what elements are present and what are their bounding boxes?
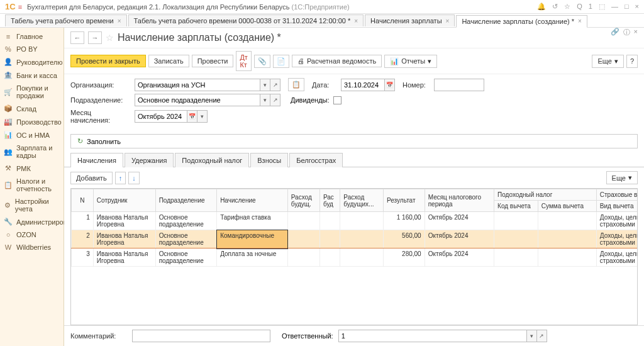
comment-input[interactable]	[132, 330, 270, 342]
chat-icon[interactable]: Q	[577, 3, 582, 11]
sidebar-item[interactable]: 📋Налоги и отчетность	[0, 175, 64, 195]
col-n[interactable]: N	[72, 189, 94, 212]
doc-tab[interactable]: Начисления зарплаты×	[365, 14, 455, 26]
calendar-icon[interactable]: 📅	[385, 79, 395, 91]
table-row[interactable]: 2Иванова Наталья ИгоревнаОсновное подраз…	[72, 230, 638, 248]
tab-income-tax[interactable]: Подоходный налог	[175, 153, 249, 167]
tab-contributions[interactable]: Взносы	[250, 153, 288, 167]
col-exp-b[interactable]: Рас буд	[319, 189, 340, 212]
num-input[interactable]	[434, 79, 484, 91]
sidebar-item[interactable]: 🛒Покупки и продажи	[0, 82, 64, 102]
history-icon[interactable]: ↺	[552, 3, 558, 11]
fill-button[interactable]: ↻Заполнить	[70, 134, 638, 148]
open-icon[interactable]: ↗	[537, 330, 547, 342]
more-button[interactable]: Еще▾	[592, 55, 623, 68]
month-input[interactable]	[135, 110, 187, 123]
advance-button[interactable]: 📋	[288, 78, 304, 91]
post-and-close-button[interactable]: Провести и закрыть	[70, 55, 146, 67]
dropdown-icon[interactable]: ▾	[197, 110, 208, 123]
favorite-icon[interactable]: ☆	[106, 33, 114, 43]
doc-tab[interactable]: Табель учета рабочего времени×	[5, 14, 127, 26]
responsible-input[interactable]	[338, 330, 527, 342]
sidebar-item[interactable]: 👤Руководителю	[0, 55, 64, 69]
col-employee[interactable]: Сотрудник	[93, 189, 155, 212]
page-title: Начисление зарплаты (создание) *	[118, 32, 281, 43]
star-icon[interactable]: ☆	[564, 3, 570, 11]
open-icon[interactable]: ↗	[270, 94, 280, 106]
forward-button[interactable]: →	[88, 31, 102, 44]
save-button[interactable]: Записать	[148, 55, 189, 67]
add-button[interactable]: Добавить	[70, 172, 113, 184]
col-tax-month[interactable]: Месяц налогового периода	[425, 189, 494, 212]
sidebar-item[interactable]: 📦Склад	[0, 102, 64, 115]
doc-button[interactable]: 📄	[273, 55, 289, 68]
move-down-button[interactable]: ↓	[128, 172, 140, 184]
move-up-button[interactable]: ↑	[115, 172, 126, 184]
menu-icon[interactable]: ≡	[18, 3, 22, 11]
back-button[interactable]: ←	[70, 31, 84, 44]
doc-tab[interactable]: Табель учета рабочего времени 0000-0038 …	[128, 14, 364, 26]
table-row[interactable]: 3Иванова Наталья ИгоревнаОсновное подраз…	[72, 248, 638, 267]
dropdown-icon[interactable]: ▾	[260, 94, 270, 106]
apps-icon[interactable]: ⬚	[599, 3, 605, 11]
dt-kt-button[interactable]: ДтКт	[236, 51, 252, 71]
sidebar-item[interactable]: 🏦Банк и касса	[0, 69, 64, 82]
col-deduct-code[interactable]: Код вычета	[494, 201, 538, 212]
dropdown-icon[interactable]: ▾	[260, 79, 270, 91]
dept-input[interactable]	[135, 94, 260, 106]
gear-icon: ⚙	[4, 201, 11, 209]
reports-button[interactable]: 📊Отчеты▾	[384, 55, 437, 68]
close-icon[interactable]: ×	[635, 3, 639, 11]
link-icon[interactable]: 🔗	[611, 28, 619, 37]
dividends-checkbox[interactable]	[333, 96, 341, 104]
sidebar-item[interactable]: 🔧Администрирование	[0, 215, 64, 228]
col-exp-fut[interactable]: Расход будущ.	[287, 189, 319, 212]
close-tab-icon[interactable]: ×	[118, 18, 121, 25]
win-close-icon[interactable]: ×	[634, 28, 638, 37]
calendar-icon[interactable]: 📅	[187, 110, 197, 123]
doc-info-icon[interactable]: ⓘ	[623, 28, 630, 37]
col-deduct-type[interactable]: Вид вычета	[596, 201, 638, 212]
minimize-icon[interactable]: —	[611, 3, 618, 11]
date-input[interactable]	[341, 79, 385, 91]
sidebar-item[interactable]: 🏭Производство	[0, 115, 64, 128]
sidebar-item[interactable]: 📊ОС и НМА	[0, 128, 64, 142]
post-button[interactable]: Провести	[192, 55, 234, 67]
col-income-tax[interactable]: Подоходный налог	[494, 189, 597, 201]
doc-tab-active[interactable]: Начисление зарплаты (создание) *×	[456, 15, 587, 28]
user-icon: 👤	[4, 58, 13, 66]
sidebar-item[interactable]: %PO BY	[0, 43, 64, 55]
sidebar-item[interactable]: ⚒РМК	[0, 162, 64, 175]
tab-accruals[interactable]: Начисления	[70, 153, 123, 167]
col-dept[interactable]: Подразделение	[155, 189, 216, 212]
col-insurance[interactable]: Страховые взносы	[596, 189, 638, 201]
dropdown-icon[interactable]: ▾	[527, 330, 537, 342]
sidebar-item[interactable]: WWildberries	[0, 241, 64, 254]
org-input[interactable]	[135, 79, 260, 91]
sidebar-item[interactable]: ⚙Настройки учета	[0, 195, 64, 215]
home-icon: ≡	[4, 33, 13, 40]
col-result[interactable]: Результат	[384, 189, 425, 212]
close-tab-icon[interactable]: ×	[354, 18, 358, 25]
sidebar-item[interactable]: ○OZON	[0, 228, 64, 241]
col-exp-fut2[interactable]: Расход будущих...	[340, 189, 384, 212]
bell-icon[interactable]: 🔔	[537, 3, 546, 11]
close-tab-icon[interactable]: ×	[578, 18, 582, 25]
close-tab-icon[interactable]: ×	[446, 18, 450, 25]
tab-belgosstrakh[interactable]: Белгосстрах	[289, 153, 343, 167]
table-more-button[interactable]: Еще▾	[606, 171, 638, 184]
payroll-button[interactable]: 🖨Расчетная ведомость	[292, 55, 382, 67]
comment-label: Комментарий:	[70, 332, 127, 340]
sidebar-item[interactable]: 👥Зарплата и кадры	[0, 142, 64, 162]
maximize-icon[interactable]: □	[625, 3, 629, 11]
accruals-table[interactable]: N Сотрудник Подразделение Начисление Рас…	[70, 188, 638, 325]
help-button[interactable]: ?	[626, 55, 638, 68]
one-icon[interactable]: 1	[589, 3, 592, 11]
sidebar-item[interactable]: ≡Главное	[0, 30, 64, 43]
open-icon[interactable]: ↗	[270, 79, 280, 91]
col-accrual[interactable]: Начисление	[217, 189, 288, 212]
col-deduct-sum[interactable]: Сумма вычета	[538, 201, 596, 212]
tab-deductions[interactable]: Удержания	[125, 153, 174, 167]
attach-button[interactable]: 📎	[254, 55, 270, 68]
table-row[interactable]: 1Иванова Наталья ИгоревнаОсновное подраз…	[72, 212, 638, 230]
